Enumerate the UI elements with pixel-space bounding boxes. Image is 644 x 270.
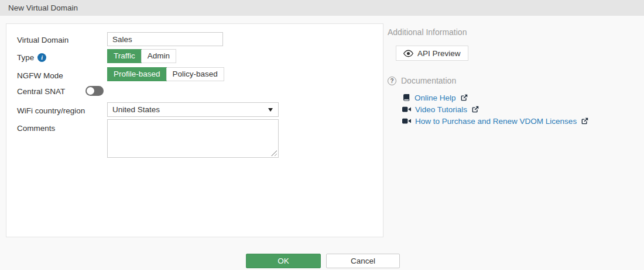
page-title: New Virtual Domain [0, 0, 644, 16]
central-snat-toggle[interactable] [85, 86, 104, 96]
wifi-country-label: WiFi country/region [17, 104, 85, 117]
virtual-domain-label: Virtual Domain [17, 33, 68, 46]
video-tutorials-link[interactable]: Video Tutorials [402, 103, 589, 115]
type-option-traffic[interactable]: Traffic [107, 49, 142, 63]
type-segmented-control: Traffic Admin [107, 49, 176, 63]
comments-label: Comments [17, 122, 55, 134]
documentation-section-header: ? Documentation [388, 76, 456, 85]
resize-handle[interactable] [271, 150, 277, 156]
central-snat-label: Central SNAT [17, 86, 65, 96]
external-link-icon [581, 117, 589, 125]
ngfw-mode-segmented-control: Profile-based Policy-based [107, 67, 224, 81]
documentation-title: Documentation [401, 76, 456, 85]
video-icon [402, 117, 411, 124]
api-preview-label: API Preview [417, 49, 461, 58]
type-label: Type [17, 53, 34, 62]
type-label-row: Type i [17, 51, 46, 64]
virtual-domain-input[interactable] [107, 32, 223, 46]
online-help-link[interactable]: Online Help [402, 92, 589, 103]
eye-icon [403, 50, 413, 57]
question-circle-icon: ? [388, 77, 396, 85]
ok-button[interactable]: OK [246, 254, 321, 268]
vdom-licenses-link[interactable]: How to Purchase and Renew VDOM Licenses [402, 115, 589, 127]
ngfw-option-profile-based[interactable]: Profile-based [107, 67, 167, 81]
video-tutorials-label: Video Tutorials [415, 105, 467, 114]
book-icon [402, 94, 410, 102]
comments-textarea[interactable] [107, 119, 279, 158]
vdom-licenses-label: How to Purchase and Renew VDOM Licenses [415, 117, 577, 126]
online-help-label: Online Help [415, 94, 456, 102]
type-option-admin[interactable]: Admin [141, 50, 176, 63]
chevron-down-icon [268, 108, 273, 112]
external-link-icon [471, 105, 479, 113]
additional-information-section: Additional Information [388, 27, 639, 37]
documentation-links: Online Help Video Tutorials How to Purch… [402, 92, 589, 127]
external-link-icon [460, 94, 468, 102]
cancel-button[interactable]: Cancel [326, 254, 400, 268]
ngfw-mode-label: NGFW Mode [17, 69, 63, 82]
api-preview-button[interactable]: API Preview [396, 46, 468, 61]
additional-information-title: Additional Information [388, 27, 639, 37]
wifi-country-value: United States [112, 105, 160, 114]
info-icon: i [37, 53, 46, 62]
new-vdom-form: Virtual Domain Type i Traffic Admin NGFW… [6, 23, 383, 237]
wifi-country-select[interactable]: United States [107, 102, 279, 117]
video-icon [402, 106, 411, 113]
toggle-knob [87, 87, 94, 95]
ngfw-option-policy-based[interactable]: Policy-based [166, 68, 224, 81]
